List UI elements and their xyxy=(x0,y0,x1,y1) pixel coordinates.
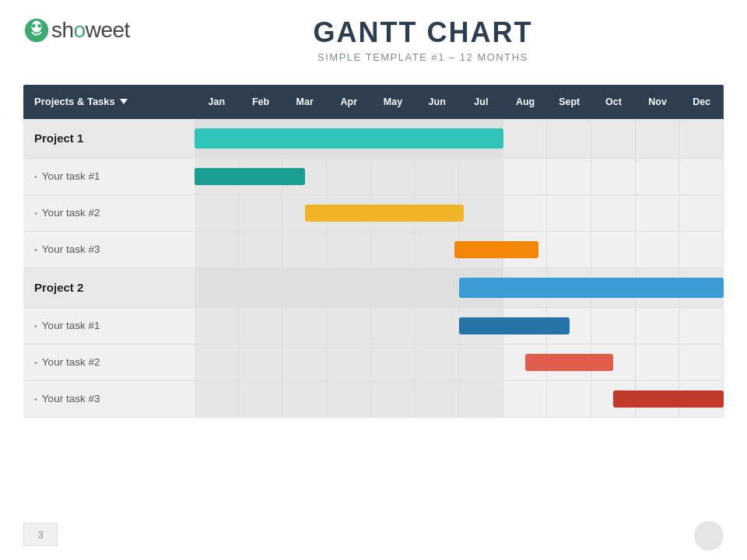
task-bullet: • xyxy=(34,321,37,331)
title-block: Gantt Chart Simple Template #1 – 12 Mont… xyxy=(130,17,716,63)
task-bullet: • xyxy=(34,394,37,404)
gantt-body: Project 1•Your task #1•Your task #2•Your… xyxy=(23,119,724,418)
project-bar-1 xyxy=(195,128,503,149)
task-label-p1-t2: •Your task #2 xyxy=(23,207,195,219)
task-label-p2-t3: •Your task #3 xyxy=(23,393,195,404)
sub-title: Simple Template #1 – 12 Months xyxy=(130,51,716,63)
task-timeline-p2-t3 xyxy=(195,381,724,417)
task-bullet: • xyxy=(34,358,37,367)
task-row-p2-t3: •Your task #3 xyxy=(23,381,724,418)
month-header-oct: Oct xyxy=(591,96,636,107)
month-header-dec: Dec xyxy=(679,96,724,107)
month-header-aug: Aug xyxy=(503,96,548,107)
main-title: Gantt Chart xyxy=(130,17,716,48)
project-timeline-1 xyxy=(195,119,724,158)
logo-icon xyxy=(23,17,50,44)
task-timeline-p1-t1 xyxy=(195,159,724,194)
month-header-feb: Feb xyxy=(239,96,283,107)
month-header-jan: Jan xyxy=(195,96,239,107)
month-header-nov: Nov xyxy=(636,96,680,107)
month-header-sept: Sept xyxy=(547,96,591,107)
task-row-p2-t1: •Your task #1 xyxy=(23,308,724,345)
task-row-p2-t2: •Your task #2 xyxy=(23,345,724,381)
project-bar-2 xyxy=(459,278,724,298)
logo-text: showeet xyxy=(51,18,130,43)
month-header-jul: Jul xyxy=(459,96,503,107)
task-bullet: • xyxy=(34,245,37,254)
project-label-2: Project 2 xyxy=(23,281,195,294)
gantt-chart: Projects & Tasks JanFebMarAprMayJunJulAu… xyxy=(23,85,724,418)
month-header-mar: Mar xyxy=(282,96,327,107)
task-bullet: • xyxy=(34,208,37,218)
task-timeline-p2-t2 xyxy=(195,345,724,380)
task-label-p2-t1: •Your task #1 xyxy=(23,320,195,331)
month-header-may: May xyxy=(371,96,416,107)
task-bar-p1-t3 xyxy=(454,241,538,258)
project-timeline-2 xyxy=(195,268,724,307)
task-row-p1-t3: •Your task #3 xyxy=(23,232,724,268)
task-timeline-p1-t2 xyxy=(195,195,724,231)
page-header: showeet Gantt Chart Simple Template #1 –… xyxy=(0,0,747,71)
svg-point-3 xyxy=(37,24,41,28)
task-row-p1-t2: •Your task #2 xyxy=(23,195,724,232)
task-label-p1-t1: •Your task #1 xyxy=(23,170,195,182)
task-bar-p1-t2 xyxy=(305,205,464,222)
logo: showeet xyxy=(23,17,130,44)
task-label-p1-t3: •Your task #3 xyxy=(23,243,195,255)
sort-icon[interactable] xyxy=(120,99,128,104)
gantt-header-row: Projects & Tasks JanFebMarAprMayJunJulAu… xyxy=(23,85,724,119)
projects-tasks-label: Projects & Tasks xyxy=(23,96,195,107)
page-number: 3 xyxy=(23,523,58,546)
watermark xyxy=(694,521,724,551)
task-row-p1-t1: •Your task #1 xyxy=(23,159,724,195)
project-row-2: Project 2 xyxy=(23,268,724,308)
task-bar-p2-t1 xyxy=(459,317,570,334)
task-timeline-p1-t3 xyxy=(195,232,724,268)
task-timeline-p2-t1 xyxy=(195,308,724,344)
task-bar-p2-t2 xyxy=(525,354,613,371)
months-header: JanFebMarAprMayJunJulAugSeptOctNovDec xyxy=(195,96,724,107)
task-label-p2-t2: •Your task #2 xyxy=(23,356,195,368)
project-row-1: Project 1 xyxy=(23,119,724,159)
task-bar-p2-t3 xyxy=(613,390,724,408)
month-header-apr: Apr xyxy=(327,96,371,107)
project-label-1: Project 1 xyxy=(23,131,195,145)
svg-point-2 xyxy=(32,24,36,28)
task-bullet: • xyxy=(34,172,37,181)
month-header-jun: Jun xyxy=(415,96,459,107)
task-bar-p1-t1 xyxy=(195,168,305,185)
